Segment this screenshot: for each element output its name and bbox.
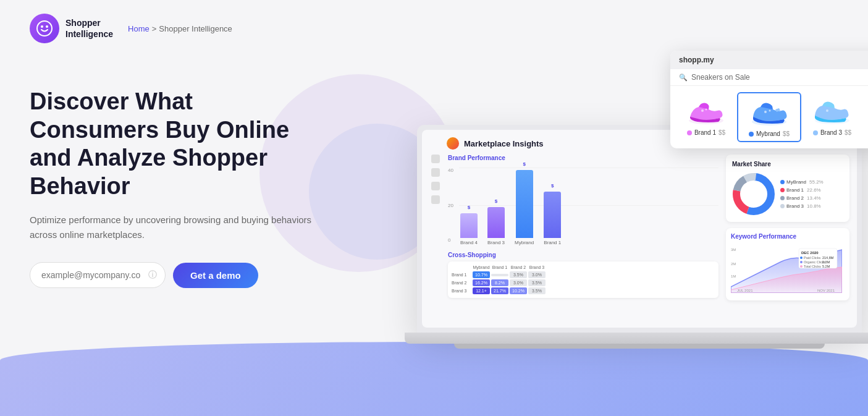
- sidebar-list-icon[interactable]: [431, 182, 440, 190]
- right-panel: Market Share: [726, 155, 849, 300]
- sidebar-chart-icon[interactable]: [431, 168, 440, 177]
- cross-cell-11: 10.7%: [473, 271, 490, 278]
- y-label-20: 20: [448, 203, 453, 208]
- legend-dot-brand3: [780, 204, 785, 208]
- svg-point-2: [46, 25, 48, 28]
- sidebar-home-icon[interactable]: [431, 155, 440, 163]
- search-icon: 🔍: [679, 74, 688, 82]
- mybrand-bar-label: Mybrand: [515, 240, 534, 245]
- bar4-dollar: $: [468, 205, 470, 210]
- cross-row-label-3: Brand 3: [452, 289, 471, 293]
- cross-col-b3: Brand 3: [528, 265, 546, 270]
- browser-window: shopp.my 👤 🛒 🔍 Sneakers on Sale: [670, 51, 868, 148]
- bars-container: $ Brand 4 $ Brand: [460, 170, 714, 245]
- cross-row-1: Brand 1 10.7% 3.5% 3.0%: [452, 271, 715, 278]
- bar4-label: Brand 4: [460, 240, 478, 245]
- svg-text:NOV 2021: NOV 2021: [817, 289, 835, 292]
- cross-col-mybrand: Mybrand: [473, 265, 490, 270]
- hero-subtitle: Optimize performance by uncovering brows…: [30, 213, 326, 242]
- shoe-mybrand: [748, 97, 791, 128]
- bar3-dollar: $: [495, 198, 497, 204]
- brand-perf-label: Brand Performance: [448, 155, 718, 161]
- svg-text:2.3M: 2.3M: [822, 260, 830, 264]
- dashboard-sidebar: [429, 155, 442, 204]
- legend-value-mybrand: 55.2%: [809, 179, 824, 185]
- bar1-dollar: $: [551, 183, 554, 189]
- cross-cell-23: 3.0%: [510, 279, 527, 286]
- dashboard-logo-icon: [447, 137, 459, 150]
- market-share-title: Market Share: [732, 161, 843, 168]
- breadcrumb-home[interactable]: Home: [128, 24, 150, 33]
- cross-cell-13: 3.5%: [510, 271, 527, 278]
- product-item-brand3[interactable]: Brand 3 $$: [801, 92, 863, 142]
- cross-shopping-title: Cross-Shopping: [448, 252, 718, 258]
- sidebar-settings-icon[interactable]: [431, 195, 440, 204]
- breadcrumb-separator: >: [152, 24, 157, 33]
- product-item-brand1[interactable]: Brand 1 $$: [675, 92, 737, 142]
- product-item-brand4[interactable]: Brand 4 $$: [863, 92, 868, 142]
- bar3-label: Brand 3: [487, 240, 505, 245]
- legend-value-brand1: 22.6%: [807, 187, 821, 193]
- brand-dot-my: [749, 132, 754, 137]
- browser-url: shopp.my: [679, 56, 714, 64]
- logo-container: Shopper Intelligence: [30, 14, 113, 43]
- header: Shopper Intelligence Home > Shopper Inte…: [0, 0, 868, 57]
- laptop: Marketplace Insights Brand Performance: [417, 125, 862, 349]
- y-label-40: 40: [448, 168, 453, 173]
- bar-chart: 40 20 0: [448, 165, 718, 245]
- hero-section: Discover What Consumers Buy Online and A…: [0, 57, 868, 288]
- bar-brand1: $ Brand 1: [544, 192, 561, 245]
- svg-point-7: [764, 111, 767, 113]
- demo-button[interactable]: Get a demo: [173, 263, 258, 288]
- svg-point-8: [769, 110, 771, 112]
- cross-cell-32: 21.7%: [491, 287, 508, 294]
- breadcrumb-current: Shopper Intelligence: [159, 24, 232, 33]
- bar-brand3: $ Brand 3: [487, 207, 505, 245]
- info-icon: ⓘ: [148, 270, 157, 281]
- cross-cell-34: 3.5%: [528, 287, 546, 294]
- brand-dot-3: [813, 130, 818, 135]
- laptop-foot: [454, 344, 825, 349]
- cross-row-label-1: Brand 1: [452, 273, 471, 277]
- cross-shopping-section: Cross-Shopping Mybrand Brand 1 Brand 2 B…: [448, 252, 718, 298]
- product-item-mybrand[interactable]: Mybrand $$: [737, 92, 801, 142]
- bar-mybrand: $ Mybrand: [515, 170, 534, 245]
- cross-cell-21: 16.2%: [473, 279, 490, 286]
- browser-bar: shopp.my 👤 🛒: [670, 51, 868, 69]
- svg-point-4: [701, 109, 704, 112]
- email-input-wrapper: ⓘ: [30, 262, 166, 288]
- legend-brand1: Brand 1 22.6%: [780, 187, 824, 193]
- svg-point-25: [800, 257, 803, 259]
- legend-dot-brand2: [780, 196, 785, 200]
- cross-cell-33: 10.2%: [510, 287, 527, 294]
- dashboard-title: Marketplace Insights: [464, 139, 544, 148]
- legend-value-brand3: 10.8%: [807, 203, 821, 209]
- cross-row-2: Brand 2 16.2% 8.2% 3.0% 3.5%: [452, 279, 715, 286]
- browser-search: 🔍 Sneakers on Sale: [670, 69, 868, 86]
- laptop-screen: Marketplace Insights Brand Performance: [417, 125, 862, 333]
- svg-point-5: [706, 109, 707, 111]
- product-grid: Brand 1 $$: [670, 86, 868, 148]
- email-form: ⓘ Get a demo: [30, 262, 326, 288]
- logo-icon: [30, 14, 59, 43]
- svg-text:DEC 2020: DEC 2020: [801, 251, 819, 255]
- bg-wave: [0, 342, 868, 416]
- grid-line-top: [459, 168, 718, 168]
- legend-mybrand: MyBrand 55.2%: [780, 179, 824, 185]
- product-info-mybrand: Mybrand $$: [749, 130, 790, 137]
- svg-point-31: [800, 265, 803, 268]
- cross-cell-24: 3.5%: [528, 279, 546, 286]
- svg-point-1: [41, 25, 43, 28]
- cross-cell-12: [491, 274, 508, 276]
- legend-label-mybrand: MyBrand: [786, 179, 806, 185]
- shoe-brand1: [685, 96, 728, 127]
- cross-cell-14: 3.0%: [528, 271, 546, 278]
- bar-chart-section: Brand Performance 40 20 0: [448, 155, 718, 300]
- market-share-card: Market Share: [726, 155, 849, 222]
- email-input[interactable]: [30, 262, 166, 288]
- svg-text:1M: 1M: [731, 274, 736, 278]
- legend-value-brand2: 13.4%: [807, 195, 821, 201]
- main-content: Brand Performance 40 20 0: [448, 155, 849, 300]
- keyword-chart: JUL 2021 NOV 2021 3M 2M 1M DEC 2020: [731, 244, 842, 293]
- grid-line-mid: [459, 205, 718, 206]
